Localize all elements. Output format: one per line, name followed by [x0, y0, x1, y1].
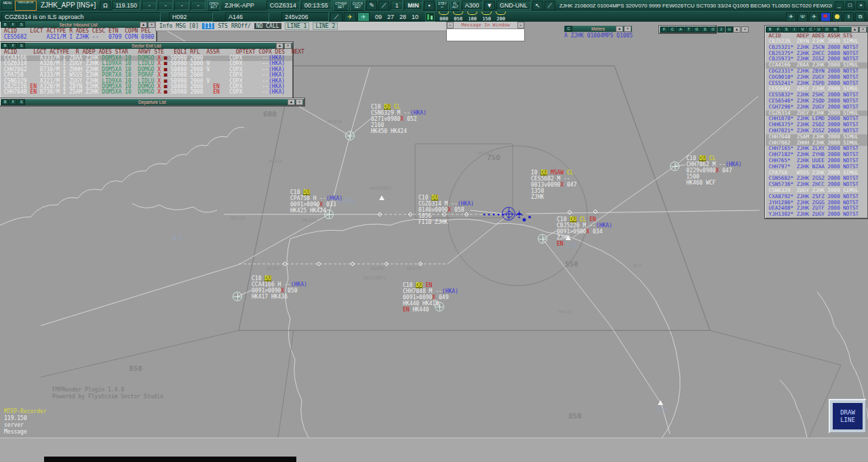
runway-number[interactable]: 27 — [387, 14, 394, 20]
titlebar-letter-button[interactable]: F — [9, 43, 17, 49]
freq-slot-2[interactable]: - — [158, 1, 173, 10]
level-mark[interactable]: 200 — [496, 12, 506, 22]
titlebar-letter-button[interactable]: O — [823, 26, 831, 33]
message-right-button[interactable]: ▪ — [517, 22, 524, 28]
info-strip-item[interactable]: NO CALL — [254, 23, 281, 29]
datablock-CSN6329[interactable]: C10 DU CLCSN6329 M --(HKA)0271v0980X 052… — [371, 104, 427, 134]
info-strip-item[interactable]: LINE 2 — [313, 22, 338, 30]
message-input[interactable] — [446, 29, 525, 41]
plane-icon[interactable]: ✈ — [809, 12, 819, 22]
runway-number[interactable]: 28 — [399, 14, 406, 20]
slope-icon[interactable]: ⟋ — [378, 1, 389, 10]
sector-inbound-list-window[interactable]: BFS Sector Inbound List ▲ × ACID LGCT AC… — [0, 21, 157, 42]
titlebar-letter-button[interactable]: B — [1, 22, 9, 28]
stby-button[interactable]: STBY▪▫ — [436, 1, 449, 11]
aircraft-icon[interactable]: ✈ — [513, 210, 526, 219]
datablock-CGZ6314[interactable]: C10 DUCGZ6314 M --(HKA)0146v0090X 058105… — [418, 195, 474, 225]
level-mark[interactable]: 000 — [439, 12, 449, 22]
datablock-CPA758[interactable]: C10 DUCPA758 H --(HKA)0091>0090X 033HK42… — [290, 189, 342, 214]
runway-number[interactable]: 09 — [375, 14, 382, 20]
dotted-box-icon[interactable]: ▪ — [424, 1, 435, 10]
radar-target[interactable] — [538, 234, 547, 244]
close-icon[interactable]: × — [741, 26, 749, 33]
funnel-icon[interactable]: ▼ — [484, 1, 495, 10]
pencil-icon[interactable]: ✎ — [366, 1, 377, 10]
open-sct-button[interactable]: OPENSCT — [207, 1, 220, 11]
level-mark[interactable]: 050 — [453, 12, 463, 22]
titlebar-letter-button[interactable]: U — [726, 26, 733, 33]
message-left-button[interactable]: ▪ — [447, 22, 454, 28]
table-row[interactable]: YJH1302* ZJHK ZUGY 2000 NOTST — [766, 212, 867, 218]
minimize-icon[interactable]: ▲ — [616, 26, 623, 32]
departure-list-window[interactable]: BFS Departure List ▲ × — [0, 98, 304, 106]
titlebar-letter-button[interactable]: V — [799, 26, 806, 33]
plane-green-icon[interactable]: ✈ — [357, 12, 370, 22]
level-mark[interactable]: 100 — [467, 12, 477, 22]
draw-line-button[interactable]: DRAW LINE — [829, 399, 867, 434]
runway-number[interactable]: 10 — [412, 14, 418, 20]
datablock-CHH7062[interactable]: C10 DU CLCHH7062 M --(HKA)0229v0980X 047… — [686, 155, 742, 186]
titlebar-letter-button[interactable]: B — [766, 26, 774, 33]
minimize-icon[interactable]: ▲ — [851, 26, 859, 33]
info-strip-item[interactable]: MSG [0] — [176, 23, 199, 29]
minimize-icon[interactable]: _ — [835, 1, 844, 9]
info-strip-item[interactable]: LINE 1 — [285, 22, 310, 30]
level-mark[interactable]: 150 — [481, 12, 492, 22]
titlebar-letter-button[interactable]: N — [831, 26, 839, 33]
bulb-icon[interactable] — [832, 12, 842, 22]
freq-slot-4[interactable]: - — [191, 1, 205, 10]
track-line-icon[interactable]: ⟋ — [330, 12, 342, 22]
titlebar-letter-button[interactable]: G — [693, 26, 701, 33]
toolbar-window[interactable]: FCATGSO2U ▲ × — [659, 26, 716, 33]
info-strip-item[interactable]: RROff/ — [231, 23, 251, 29]
titlebar-letter-button[interactable]: C — [807, 26, 814, 33]
datablock-CES5682[interactable]: I0 DU MSAW CLCES5682 M --0013v0090X 0471… — [531, 170, 576, 200]
altitude-filter[interactable]: GND-UNL — [496, 1, 531, 10]
fl-alt-button[interactable]: FLALT — [450, 1, 460, 11]
sector-exit-list-window[interactable]: BFS Sector Exit List ▲ × ACID LGCT ACTYP… — [0, 42, 293, 99]
restore-icon[interactable]: ⧉ — [855, 12, 865, 22]
headset-icon[interactable]: Ω — [100, 1, 111, 10]
info-strip-item[interactable]: [1] — [202, 23, 214, 29]
titlebar-letter-button[interactable]: U — [815, 26, 823, 33]
close-icon[interactable]: × — [148, 22, 155, 28]
min-label[interactable]: MIN — [404, 1, 422, 10]
close-icon[interactable]: × — [856, 1, 865, 9]
maximize-icon[interactable]: □ — [846, 1, 854, 9]
pause-icon[interactable]: ‖ — [844, 12, 854, 22]
freq-slot-1[interactable]: - — [142, 1, 157, 10]
radar-target[interactable] — [345, 131, 355, 140]
titlebar-letter-button[interactable]: 2 — [717, 26, 725, 33]
titlebar-letter-button[interactable]: F — [660, 26, 668, 33]
close-icon[interactable]: × — [859, 26, 867, 33]
vector-icon[interactable]: ⟋ — [545, 1, 555, 10]
quick-set-button[interactable]: QUICKSET — [350, 1, 365, 11]
antenna-icon[interactable]: Ψ — [797, 12, 808, 22]
fp-list-window[interactable]: BFSIVCUON FPList ▲ × ACID ADEP ADES ASSR… — [765, 26, 868, 218]
close-icon[interactable]: × — [296, 99, 303, 105]
titlebar-letter-button[interactable]: S — [783, 26, 790, 33]
titlebar-letter-button[interactable]: B — [1, 99, 9, 105]
titlebar-letter-button[interactable]: F — [774, 26, 782, 33]
radar-target[interactable] — [670, 161, 679, 171]
titlebar-letter-button[interactable]: C — [669, 26, 676, 33]
aircraft-type-filter[interactable]: A300 — [462, 1, 483, 10]
datablock-CHH7048[interactable]: C10 DU ENCHH7048 M --(HKA)0091>0090X 049… — [403, 282, 458, 313]
info-strip-item[interactable]: Info — [159, 23, 172, 29]
meters-window[interactable]: C Meters ▲ × A ZJHK 01004MPS Q1005 — [564, 26, 632, 39]
close-icon[interactable]: × — [284, 43, 292, 49]
table-row[interactable]: CHH7048 EN B738/M I ZSAM ZJHK DOM5XA 10 … — [1, 90, 292, 95]
titlebar-letter-button[interactable]: C — [565, 26, 572, 32]
menu-button[interactable]: MENU — [1, 1, 14, 10]
alert-led-icon[interactable] — [821, 12, 831, 22]
simulator-button[interactable]: SIMULATOR — [15, 1, 37, 11]
titlebar-letter-button[interactable]: T — [685, 26, 692, 33]
radar-target[interactable] — [233, 292, 242, 301]
plane-filter-icon[interactable]: ✈ — [786, 12, 796, 22]
frequency-display[interactable]: 119.150 — [112, 1, 140, 10]
minimize-icon[interactable]: ▲ — [276, 43, 283, 49]
titlebar-letter-button[interactable]: S — [18, 22, 25, 28]
datablock-CBJ5226[interactable]: C10 DU CL ENCBJ5226 M --(HKA)0091>0980X … — [557, 216, 612, 247]
other-set-button[interactable]: OTHERSET — [333, 1, 349, 11]
table-row[interactable]: CES5682 A321/M I ZJHK -- 0709 COPN 0980 — [1, 35, 156, 40]
